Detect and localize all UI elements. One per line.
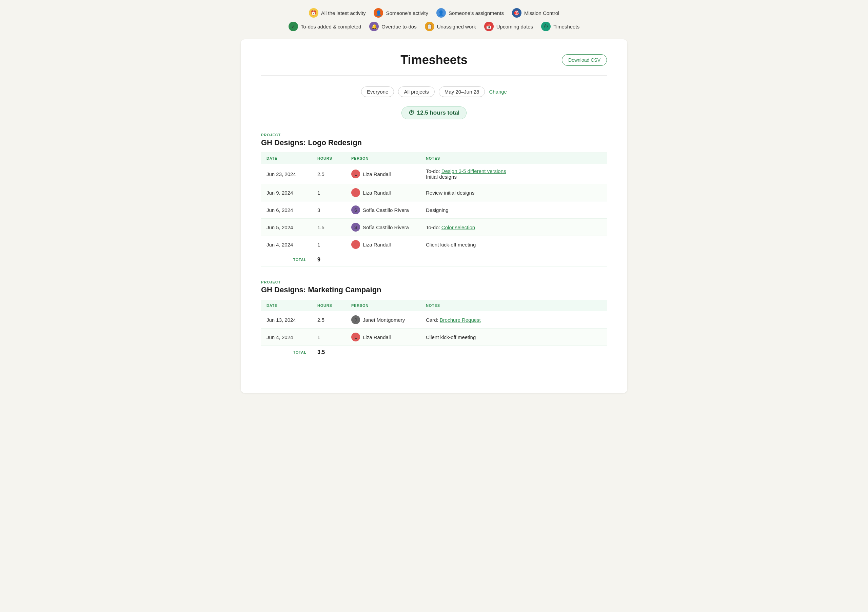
person-name: Sofía Castillo Rivera: [363, 225, 409, 230]
avatar: L: [351, 333, 360, 341]
project-name-0: GH Designs: Logo Redesign: [261, 138, 607, 147]
nav-icon-someones-activity: 👤: [374, 8, 383, 18]
nav-label-someones-activity: Someone's activity: [386, 10, 428, 16]
total-label: TOTAL: [261, 253, 312, 266]
cell-person-0-3: SSofía Castillo Rivera: [346, 219, 420, 236]
col-header-hours: HOURS: [312, 300, 346, 311]
cell-person-0-2: SSofía Castillo Rivera: [346, 201, 420, 219]
notes-link[interactable]: Brochure Request: [440, 317, 481, 323]
table-row: Jun 4, 20241LLiza RandallClient kick-off…: [261, 236, 607, 253]
table-row: Jun 6, 20243SSofía Castillo RiveraDesign…: [261, 201, 607, 219]
cell-notes-1-1: Client kick-off meeting: [420, 328, 607, 346]
cell-notes-0-4: Client kick-off meeting: [420, 236, 607, 253]
person-name: Liza Randall: [363, 334, 391, 340]
cell-person-0-1: LLiza Randall: [346, 184, 420, 201]
hours-badge-inner: ⏱ 12.5 hours total: [401, 107, 467, 119]
avatar: S: [351, 223, 360, 232]
col-header-date: DATE: [261, 153, 312, 164]
notes-subtext: Initial designs: [426, 174, 457, 180]
nav-label-someones-assignments: Someone's assignments: [449, 10, 504, 16]
filter-date-range[interactable]: May 20–Jun 28: [439, 87, 485, 97]
nav-icon-all-latest-activity: ⏰: [309, 8, 318, 18]
nav-label-timesheets: Timesheets: [553, 24, 580, 29]
total-value: 3.5: [312, 346, 346, 359]
cell-date-1-1: Jun 4, 2024: [261, 328, 312, 346]
table-row: Jun 23, 20242.5LLiza RandallTo-do: Desig…: [261, 164, 607, 184]
nav-item-unassigned-work[interactable]: 📋Unassigned work: [425, 22, 476, 31]
notes-prefix: To-do:: [426, 225, 442, 230]
download-csv-button[interactable]: Download CSV: [562, 54, 607, 66]
cell-notes-0-1: Review initial designs: [420, 184, 607, 201]
cell-hours-0-1: 1: [312, 184, 346, 201]
nav-label-all-latest-activity: All the latest activity: [321, 10, 366, 16]
project-section-0: PROJECTGH Designs: Logo RedesignDATEHOUR…: [261, 133, 607, 266]
nav-label-todos-added-completed: To-dos added & completed: [301, 24, 361, 29]
cell-hours-0-2: 3: [312, 201, 346, 219]
notes-link[interactable]: Design 3-5 different versions: [442, 168, 506, 174]
avatar: L: [351, 240, 360, 249]
cell-date-1-0: Jun 13, 2024: [261, 311, 312, 328]
project-name-1: GH Designs: Marketing Campaign: [261, 285, 607, 294]
nav-label-upcoming-dates: Upcoming dates: [496, 24, 533, 29]
nav-item-timesheets[interactable]: ⏱Timesheets: [541, 22, 580, 31]
page-title: Timesheets: [400, 53, 467, 67]
cell-date-0-4: Jun 4, 2024: [261, 236, 312, 253]
table-row: Jun 13, 20242.5JJanet MontgomeryCard: Br…: [261, 311, 607, 328]
avatar: L: [351, 188, 360, 197]
avatar: L: [351, 169, 360, 178]
table-row: Jun 5, 20241.5SSofía Castillo RiveraTo-d…: [261, 219, 607, 236]
nav-icon-unassigned-work: 📋: [425, 22, 434, 31]
main-card: Timesheets Download CSV Everyone All pro…: [241, 39, 627, 393]
cell-hours-1-0: 2.5: [312, 311, 346, 328]
nav-item-someones-assignments[interactable]: 👤Someone's assignments: [436, 8, 504, 18]
filters-bar: Everyone All projects May 20–Jun 28 Chan…: [261, 87, 607, 97]
col-header-person: PERSON: [346, 300, 420, 311]
cell-person-0-0: LLiza Randall: [346, 164, 420, 184]
hours-total-badge: ⏱ 12.5 hours total: [261, 107, 607, 119]
top-navigation: ⏰All the latest activity👤Someone's activ…: [0, 8, 868, 31]
total-value: 9: [312, 253, 346, 266]
cell-date-0-3: Jun 5, 2024: [261, 219, 312, 236]
cell-person-1-1: LLiza Randall: [346, 328, 420, 346]
cell-person-0-4: LLiza Randall: [346, 236, 420, 253]
cell-hours-1-1: 1: [312, 328, 346, 346]
notes-link[interactable]: Color selection: [442, 225, 475, 230]
cell-hours-0-0: 2.5: [312, 164, 346, 184]
projects-container: PROJECTGH Designs: Logo RedesignDATEHOUR…: [261, 133, 607, 359]
nav-item-upcoming-dates[interactable]: 📅Upcoming dates: [484, 22, 533, 31]
nav-item-mission-control[interactable]: 🎯Mission Control: [512, 8, 559, 18]
nav-icon-timesheets: ⏱: [541, 22, 551, 31]
person-name: Janet Montgomery: [363, 317, 405, 323]
nav-item-todos-added-completed[interactable]: ✓To-dos added & completed: [288, 22, 361, 31]
filter-change-link[interactable]: Change: [489, 89, 507, 95]
project-table-0: DATEHOURSPERSONNOTESJun 23, 20242.5LLiza…: [261, 153, 607, 266]
total-row: TOTAL9: [261, 253, 607, 266]
nav-label-unassigned-work: Unassigned work: [437, 24, 476, 29]
nav-icon-upcoming-dates: 📅: [484, 22, 494, 31]
nav-icon-todos-added-completed: ✓: [288, 22, 298, 31]
cell-date-0-0: Jun 23, 2024: [261, 164, 312, 184]
nav-item-all-latest-activity[interactable]: ⏰All the latest activity: [309, 8, 366, 18]
nav-icon-mission-control: 🎯: [512, 8, 521, 18]
hours-total-text: 12.5 hours total: [417, 110, 460, 116]
person-name: Liza Randall: [363, 242, 391, 248]
nav-row-1: ⏰All the latest activity👤Someone's activ…: [309, 8, 560, 18]
col-header-date: DATE: [261, 300, 312, 311]
cell-notes-1-0: Card: Brochure Request: [420, 311, 607, 328]
person-name: Sofía Castillo Rivera: [363, 207, 409, 213]
project-label-0: PROJECT: [261, 133, 607, 137]
col-header-notes: NOTES: [420, 300, 607, 311]
nav-item-someones-activity[interactable]: 👤Someone's activity: [374, 8, 428, 18]
filter-all-projects[interactable]: All projects: [398, 87, 434, 97]
nav-item-overdue-todos[interactable]: 🔔Overdue to-dos: [369, 22, 416, 31]
person-name: Liza Randall: [363, 171, 391, 177]
hours-clock-icon: ⏱: [409, 110, 414, 116]
nav-row-2: ✓To-dos added & completed🔔Overdue to-dos…: [288, 22, 580, 31]
filter-everyone[interactable]: Everyone: [361, 87, 394, 97]
cell-date-0-1: Jun 9, 2024: [261, 184, 312, 201]
project-table-1: DATEHOURSPERSONNOTESJun 13, 20242.5JJane…: [261, 300, 607, 359]
cell-notes-0-0: To-do: Design 3-5 different versionsInit…: [420, 164, 607, 184]
project-label-1: PROJECT: [261, 280, 607, 284]
notes-prefix: Card:: [426, 317, 440, 323]
nav-label-overdue-todos: Overdue to-dos: [381, 24, 416, 29]
